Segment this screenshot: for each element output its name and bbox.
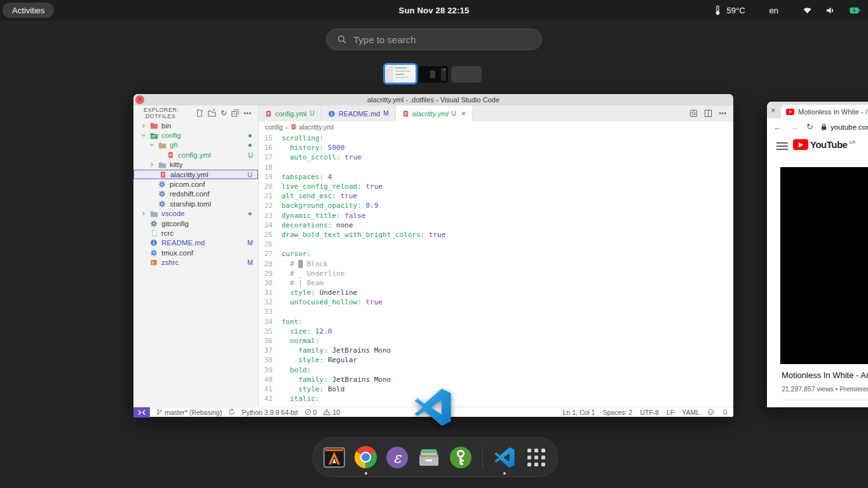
workspace-thumbnail-chrome[interactable] bbox=[419, 66, 448, 83]
code-line-24[interactable]: 24decorations: none bbox=[259, 220, 733, 230]
editor-tab-alacritty-yml[interactable]: alacritty.ymlU× bbox=[396, 105, 473, 121]
code-line-28[interactable]: 28 # █ Block bbox=[259, 259, 733, 268]
git-branch-status[interactable]: master* (Rebasing) bbox=[156, 409, 222, 416]
split-editor-icon[interactable] bbox=[704, 109, 712, 118]
indentation[interactable]: Spaces: 2 bbox=[602, 409, 632, 416]
notifications-button[interactable] bbox=[722, 409, 728, 416]
tree-item-config[interactable]: config bbox=[133, 130, 258, 140]
address-bar[interactable]: youtube.com/wa bbox=[821, 123, 868, 131]
python-interpreter[interactable]: Python 3.9.9 64-bit bbox=[241, 409, 297, 416]
tree-item-starship-toml[interactable]: starship.toml bbox=[133, 199, 258, 208]
error-count[interactable]: 0 bbox=[304, 409, 317, 416]
dock-icon-vscode[interactable] bbox=[493, 439, 517, 476]
vscode-app-badge-icon[interactable] bbox=[413, 388, 452, 427]
video-player[interactable] bbox=[780, 167, 868, 364]
tree-item-readme-md[interactable]: README.mdM bbox=[133, 238, 258, 248]
tree-item-bin[interactable]: bin bbox=[133, 121, 258, 130]
new-folder-icon[interactable] bbox=[208, 109, 216, 117]
new-file-icon[interactable] bbox=[196, 109, 203, 117]
code-line-38[interactable]: 38 style: Regular bbox=[259, 355, 733, 365]
code-line-31[interactable]: 31 style: Underline bbox=[259, 288, 733, 297]
youtube-logo[interactable]: YouTube UA bbox=[793, 139, 855, 150]
breadcrumb-folder[interactable]: config bbox=[265, 123, 283, 131]
code-line-36[interactable]: 36 normal: bbox=[259, 336, 733, 346]
code-line-15[interactable]: 15scrolling: bbox=[259, 133, 733, 143]
sync-button[interactable] bbox=[228, 409, 235, 416]
dock-icon-app-grid[interactable] bbox=[524, 439, 548, 476]
code-line-23[interactable]: 23dynamic_title: false bbox=[259, 211, 733, 220]
encoding[interactable]: UTF-8 bbox=[640, 409, 659, 416]
dock-icon-alacritty[interactable] bbox=[323, 439, 346, 476]
system-status-area[interactable]: 59°C en bbox=[715, 0, 860, 20]
breadcrumb-file[interactable]: alacritty.yml bbox=[299, 123, 334, 131]
workspace-thumbnail-active[interactable] bbox=[383, 63, 417, 85]
code-line-26[interactable]: 26 bbox=[259, 240, 733, 249]
search-input[interactable]: Type to search bbox=[326, 29, 542, 50]
eol[interactable]: LF bbox=[667, 409, 674, 416]
dock-icon-files[interactable] bbox=[417, 439, 441, 476]
code-line-42[interactable]: 42 italic: bbox=[259, 394, 733, 403]
status-text: 10 bbox=[332, 409, 340, 416]
tree-item-rcrc[interactable]: rcrc bbox=[133, 228, 258, 238]
window-close-button[interactable]: × bbox=[135, 95, 144, 104]
keyboard-layout-indicator[interactable]: en bbox=[770, 6, 778, 15]
code-line-37[interactable]: 37 family: JetBrains Mono bbox=[259, 346, 733, 355]
editor-more-icon[interactable]: ⋯ bbox=[719, 109, 727, 118]
dock-icon-emacs[interactable]: ε bbox=[386, 439, 409, 476]
tree-item-gitconfig[interactable]: gitconfig bbox=[133, 219, 258, 228]
vscode-titlebar[interactable]: alacritty.yml - .dotfiles - Visual Studi… bbox=[133, 94, 733, 105]
code-line-39[interactable]: 39 bold: bbox=[259, 365, 733, 375]
feedback-button[interactable] bbox=[707, 409, 714, 416]
tree-item-vscode[interactable]: vscode bbox=[133, 209, 258, 219]
code-line-34[interactable]: 34font: bbox=[259, 317, 733, 327]
more-actions-icon[interactable]: ⋯ bbox=[243, 109, 252, 118]
warning-count[interactable]: 10 bbox=[323, 409, 340, 416]
code-line-32[interactable]: 32 unfocused_hollow: true bbox=[259, 297, 733, 307]
remote-indicator[interactable] bbox=[133, 407, 150, 417]
vscode-window[interactable]: × alacritty.yml - .dotfiles - Visual Stu… bbox=[133, 94, 733, 417]
code-line-35[interactable]: 35 size: 12.0 bbox=[259, 327, 733, 336]
tree-item-picom-conf[interactable]: picom.conf bbox=[133, 179, 258, 189]
editor-tab-readme-md[interactable]: README.mdM bbox=[322, 105, 396, 121]
cursor-position[interactable]: Ln 1, Col 1 bbox=[563, 409, 595, 416]
collapse-all-icon[interactable] bbox=[231, 109, 239, 117]
dock-icon-chrome[interactable] bbox=[355, 439, 378, 476]
code-line-25[interactable]: 25draw_bold_text_with_bright_colors: tru… bbox=[259, 230, 733, 240]
breadcrumb[interactable]: config › alacritty.yml bbox=[259, 121, 733, 132]
workspace-thumbnail-empty[interactable] bbox=[451, 66, 482, 83]
code-line-22[interactable]: 22background_opacity: 0.9 bbox=[259, 201, 733, 210]
chrome-window[interactable]: × Motionless In White - / ← → ↻ youtube.… bbox=[767, 102, 868, 407]
tree-item-tmux-conf[interactable]: tmux.conf bbox=[133, 248, 258, 257]
open-changes-icon[interactable] bbox=[689, 109, 698, 118]
code-line-33[interactable]: 33 bbox=[259, 307, 733, 316]
menu-icon[interactable] bbox=[776, 142, 788, 152]
tree-item-alacritty-yml[interactable]: alacritty.ymlU bbox=[133, 170, 258, 179]
code-editor[interactable]: 15scrolling:16 history: 500017 auto_scro… bbox=[259, 132, 733, 407]
tree-item-zshrc[interactable]: zshrcM bbox=[133, 257, 258, 267]
forward-button[interactable]: → bbox=[790, 122, 799, 132]
code-line-29[interactable]: 29 # _ Underline bbox=[259, 269, 733, 278]
code-line-30[interactable]: 30 # | Beam bbox=[259, 278, 733, 288]
code-line-21[interactable]: 21alt_send_esc: true bbox=[259, 191, 733, 201]
code-line-40[interactable]: 40 family: JetBrains Mono bbox=[259, 375, 733, 384]
code-line-41[interactable]: 41 style: Bold bbox=[259, 384, 733, 394]
code-line-18[interactable]: 18 bbox=[259, 163, 733, 172]
code-line-19[interactable]: 19tabspaces: 4 bbox=[259, 172, 733, 182]
tree-item-redshift-conf[interactable]: redshift.conf bbox=[133, 189, 258, 199]
tab-close-icon[interactable]: × bbox=[771, 105, 776, 115]
dock-icon-keepassxc[interactable] bbox=[449, 439, 472, 476]
tree-item-gh[interactable]: gh bbox=[133, 140, 258, 150]
code-line-17[interactable]: 17 auto_scroll: true bbox=[259, 152, 733, 162]
tree-item-kitty[interactable]: kitty bbox=[133, 160, 258, 170]
editor-tab-config-yml[interactable]: config.ymlU bbox=[259, 105, 322, 121]
chrome-active-tab[interactable]: Motionless In White - / bbox=[781, 105, 868, 118]
back-button[interactable]: ← bbox=[773, 122, 782, 132]
reload-button[interactable]: ↻ bbox=[806, 122, 813, 132]
tree-item-config-yml[interactable]: config.ymlU bbox=[133, 150, 258, 159]
code-line-20[interactable]: 20live_config_reload: true bbox=[259, 182, 733, 191]
language-mode[interactable]: YAML bbox=[682, 409, 700, 416]
refresh-icon[interactable]: ↻ bbox=[220, 109, 227, 118]
tab-close-icon[interactable]: × bbox=[461, 109, 466, 118]
code-line-16[interactable]: 16 history: 5000 bbox=[259, 143, 733, 152]
code-line-27[interactable]: 27cursor: bbox=[259, 249, 733, 259]
